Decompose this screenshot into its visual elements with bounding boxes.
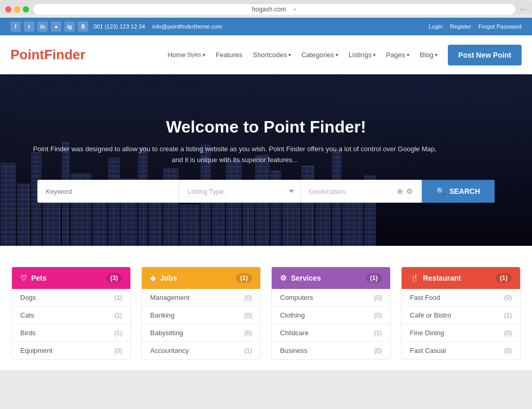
item-name: Clothing [280, 311, 305, 319]
geolocation-field[interactable]: Geolocation: ⊕ ⚙ [301, 180, 422, 203]
item-name: Childcare [280, 329, 309, 337]
categories-section: ♡ Pets (3) Dogs (1) Cats (1) Birds (1) E… [0, 246, 532, 370]
phone-number: 001 (123) 123 12 34 [94, 23, 145, 30]
list-item[interactable]: Cats (1) [12, 307, 130, 324]
hero-content: Welcome to Point Finder! Point Finder wa… [32, 117, 500, 203]
item-count: (1) [114, 312, 122, 319]
nav-shortcodes[interactable]: Shortcodes ▾ [252, 51, 291, 59]
register-link[interactable]: Register [450, 23, 471, 30]
nav-pages[interactable]: Pages ▾ [386, 51, 409, 59]
item-name: Business [280, 347, 308, 354]
item-name: Dogs [20, 294, 36, 301]
nav-home[interactable]: Home Styles ▾ [167, 51, 205, 59]
twitter-icon[interactable]: t [24, 21, 34, 32]
list-item[interactable]: Clothing (0) [272, 307, 390, 324]
search-icon: 🔍 [436, 187, 445, 195]
nav-blog[interactable]: Blog ▾ [420, 51, 437, 59]
list-item[interactable]: Equipment (0) [12, 342, 130, 359]
list-item[interactable]: Business (0) [272, 342, 390, 359]
list-item[interactable]: Fast Casual (0) [402, 342, 520, 359]
category-name: Services [291, 274, 321, 282]
location-icon[interactable]: ⊕ [397, 187, 403, 195]
category-icon: 🍴 [410, 274, 419, 282]
category-icon: ♡ [20, 274, 27, 282]
search-button[interactable]: 🔍 SEARCH [422, 180, 495, 203]
nav-categories[interactable]: Categories ▾ [301, 51, 338, 59]
hero-title: Welcome to Point Finder! [32, 117, 500, 137]
logo[interactable]: PointFinder [10, 47, 85, 63]
category-name: Pets [31, 274, 47, 282]
nav-listings[interactable]: Listings ▾ [349, 51, 376, 59]
item-name: Fast Casual [410, 347, 446, 354]
list-item[interactable]: Fast Food (0) [402, 289, 520, 307]
top-bar: f t in ● ig B 001 (123) 123 12 34 info@p… [0, 18, 532, 35]
list-item[interactable]: Computers (0) [272, 289, 390, 307]
list-item[interactable]: Birds (1) [12, 324, 130, 342]
instagram-icon[interactable]: ig [64, 21, 75, 32]
category-card-services: ⚙ Services (1) Computers (0) Clothing (0… [271, 267, 391, 360]
browser-dot-maximize[interactable] [23, 6, 29, 12]
blog-icon[interactable]: B [78, 21, 88, 32]
facebook-icon[interactable]: f [10, 21, 21, 32]
category-card-jobs: ◈ Jobs (1) Management (0) Banking (0) Ba… [141, 267, 261, 360]
category-count: (3) [106, 273, 122, 283]
list-item[interactable]: Dogs (1) [12, 289, 130, 307]
list-item[interactable]: Café or Bistro (1) [402, 307, 520, 324]
post-new-point-button[interactable]: Post New Point [448, 45, 522, 65]
category-name: Jobs [160, 274, 177, 282]
category-header-left: ◈ Jobs [150, 274, 177, 282]
item-count: (0) [504, 347, 512, 354]
item-name: Fast Food [410, 294, 441, 301]
contact-info: 001 (123) 123 12 34 info@pointfinderthem… [94, 23, 222, 30]
hero-subtitle: Point Finder was designed to allow you t… [32, 144, 437, 166]
list-item[interactable]: Childcare (1) [272, 324, 390, 342]
url-text: hogash.com [252, 6, 286, 13]
browser-dot-close[interactable] [5, 6, 11, 12]
item-count: (1) [244, 347, 252, 354]
item-count: (0) [374, 347, 382, 354]
category-header-jobs[interactable]: ◈ Jobs (1) [142, 267, 260, 289]
hero-section: Welcome to Point Finder! Point Finder wa… [0, 74, 532, 246]
category-items-services: Computers (0) Clothing (0) Childcare (1)… [272, 289, 390, 359]
item-count: (1) [374, 329, 382, 337]
category-header-pets[interactable]: ♡ Pets (3) [12, 267, 130, 289]
logo-text: ointFinder [19, 47, 85, 62]
listing-type-select[interactable]: Listing Type: [179, 180, 300, 203]
item-count: (0) [244, 312, 252, 319]
list-item[interactable]: Fine Dining (0) [402, 324, 520, 342]
item-count: (0) [504, 294, 512, 301]
category-header-left: ♡ Pets [20, 274, 47, 282]
login-link[interactable]: Login [429, 23, 443, 30]
home-styles-text: Styles ▾ [187, 52, 205, 58]
address-bar[interactable]: hogash.com × [33, 4, 515, 15]
item-count: (0) [374, 312, 382, 319]
list-item[interactable]: Management (0) [142, 289, 260, 307]
item-name: Babysitting [150, 329, 183, 337]
geolocation-label: Geolocation: [309, 188, 347, 195]
category-card-pets: ♡ Pets (3) Dogs (1) Cats (1) Birds (1) E… [11, 267, 131, 360]
pinterest-icon[interactable]: ● [51, 21, 61, 32]
category-header-services[interactable]: ⚙ Services (1) [272, 267, 390, 289]
social-links: f t in ● ig B [10, 21, 88, 32]
browser-dot-minimize[interactable] [14, 6, 20, 12]
category-items-restaurant: Fast Food (0) Café or Bistro (1) Fine Di… [402, 289, 520, 359]
tab-close[interactable]: × [293, 6, 296, 12]
category-items-pets: Dogs (1) Cats (1) Birds (1) Equipment (0… [12, 289, 130, 359]
item-name: Management [150, 294, 190, 301]
category-header-left: 🍴 Restaurant [410, 274, 461, 282]
list-item[interactable]: Accountancy (1) [142, 342, 260, 359]
item-count: (0) [114, 347, 122, 354]
category-count: (1) [366, 273, 382, 283]
category-header-restaurant[interactable]: 🍴 Restaurant (1) [402, 267, 520, 289]
keyword-input[interactable] [37, 180, 179, 203]
item-name: Fine Dining [410, 329, 444, 337]
settings-icon[interactable]: ⚙ [406, 187, 413, 195]
forgot-password-link[interactable]: Forgot Password [478, 23, 522, 30]
linkedin-icon[interactable]: in [37, 21, 48, 32]
list-item[interactable]: Babysitting (0) [142, 324, 260, 342]
nav-features[interactable]: Features [216, 51, 242, 59]
item-count: (0) [244, 329, 252, 337]
item-name: Banking [150, 311, 175, 319]
list-item[interactable]: Banking (0) [142, 307, 260, 324]
browser-nav: ⋯ [520, 5, 527, 14]
